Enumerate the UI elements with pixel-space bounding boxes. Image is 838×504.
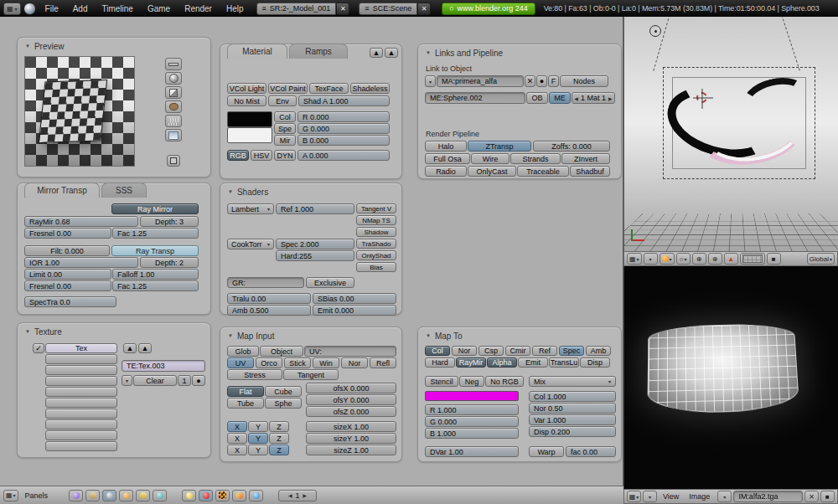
- no-mist-toggle[interactable]: No Mist: [227, 95, 266, 106]
- z-axis-toggle[interactable]: Z: [269, 433, 289, 444]
- strands-button[interactable]: Strands: [510, 153, 561, 164]
- texture-copy-button[interactable]: ▲: [123, 343, 137, 353]
- env-toggle[interactable]: Env: [268, 95, 297, 106]
- tab-mirror-transp[interactable]: Mirror Transp: [24, 183, 100, 198]
- raymir-toggle[interactable]: RayMir: [456, 357, 486, 368]
- links-panel-header[interactable]: ▼Links and Pipeline: [426, 47, 503, 59]
- texture-panel-header[interactable]: ▼Texture: [25, 326, 62, 337]
- hard-toggle[interactable]: Hard: [425, 357, 455, 368]
- zoffs-field[interactable]: Zoffs: 0.000: [533, 141, 610, 152]
- radio-toggle[interactable]: Radio: [425, 166, 467, 177]
- preview-osa-button[interactable]: [167, 155, 180, 167]
- ofsx-field[interactable]: ofsX 0.000: [306, 383, 396, 393]
- cube-toggle[interactable]: Cube: [265, 386, 302, 397]
- gr-field[interactable]: GR:: [227, 277, 304, 288]
- ofsy-field[interactable]: ofsY 0.000: [306, 394, 396, 405]
- clear-button[interactable]: Clear: [133, 375, 177, 386]
- ref-slider[interactable]: Ref 1.000: [276, 203, 354, 214]
- map-to-panel-header[interactable]: ▼Map To: [426, 330, 463, 342]
- ref-toggle[interactable]: Ref: [532, 346, 557, 356]
- trashado-toggle[interactable]: TraShado: [356, 239, 396, 249]
- fresnel-slider[interactable]: Fresnel 0.00: [24, 228, 111, 239]
- texture-slot[interactable]: [45, 387, 117, 397]
- tab-material[interactable]: Material: [227, 44, 287, 59]
- material-slot-field[interactable]: ◀1 Mat 1▶: [572, 92, 615, 104]
- transp-depth-field[interactable]: Depth: 2: [140, 257, 199, 268]
- spe-button[interactable]: Spe: [274, 123, 296, 134]
- editor-type-button[interactable]: ▦▾: [627, 253, 642, 265]
- fresnel-transp-slider[interactable]: Fresnel 0.00: [24, 280, 111, 291]
- auto-name-button[interactable]: ●: [536, 75, 547, 87]
- spectra-slider[interactable]: SpecTra 0.0: [24, 296, 116, 307]
- texture-r-slider[interactable]: R 1.000: [425, 404, 519, 415]
- texture-slot[interactable]: [45, 409, 117, 419]
- shading-context-button[interactable]: [102, 490, 116, 501]
- texture-slot[interactable]: [45, 354, 117, 364]
- shadbuf-toggle[interactable]: Shadbuf: [570, 166, 610, 177]
- shadeless-toggle[interactable]: Shadeless: [350, 83, 390, 94]
- exclusive-toggle[interactable]: Exclusive: [306, 277, 354, 288]
- tangent-toggle[interactable]: Tangent: [283, 369, 339, 380]
- tab-sss[interactable]: SSS: [101, 183, 147, 198]
- fake-user-button[interactable]: F: [548, 75, 559, 87]
- scene-selector[interactable]: ≡SCE:Scene: [359, 3, 417, 15]
- texture-slot[interactable]: [45, 376, 117, 386]
- orientation-dropdown[interactable]: Global▾: [807, 253, 835, 265]
- menu-image[interactable]: Image: [685, 492, 714, 501]
- lamp-subcontext-button[interactable]: [182, 490, 196, 501]
- header-menu-collapse-button[interactable]: ▾: [643, 491, 657, 502]
- unlink-image-button[interactable]: ✕: [804, 491, 819, 502]
- fresnel-fac-slider[interactable]: Fac 1.25: [112, 228, 199, 239]
- wire-toggle[interactable]: Wire: [471, 153, 510, 164]
- material-subcontext-button[interactable]: [199, 490, 213, 501]
- uv-image-editor[interactable]: [623, 266, 838, 489]
- pivot-dropdown[interactable]: ▲: [724, 253, 738, 265]
- texture-slot[interactable]: [45, 419, 117, 429]
- sbias-slider[interactable]: SBias 0.00: [313, 293, 396, 304]
- texture-color-swatch[interactable]: [425, 391, 519, 401]
- diffuse-color-swatch[interactable]: [227, 111, 272, 127]
- grab-hand-button[interactable]: ⊕: [708, 253, 722, 265]
- x-axis-toggle[interactable]: X: [227, 445, 247, 455]
- preview-sphere-button[interactable]: [165, 72, 182, 85]
- alpha-slider[interactable]: A 0.000: [297, 150, 390, 161]
- cmir-toggle[interactable]: Cmir: [505, 346, 530, 356]
- sizez-field[interactable]: sizeZ 1.00: [306, 445, 396, 455]
- stencil-toggle[interactable]: Stencil: [425, 376, 458, 387]
- sizey-field[interactable]: sizeY 1.00: [306, 433, 396, 444]
- texture-slot[interactable]: [45, 430, 117, 440]
- texface-toggle[interactable]: TexFace: [309, 83, 349, 94]
- header-menu-collapse-button[interactable]: ▾: [644, 253, 658, 265]
- frame-number-field[interactable]: ◀1▶: [278, 490, 317, 501]
- menu-render[interactable]: Render: [178, 4, 219, 13]
- col-amount-slider[interactable]: Col 1.000: [529, 391, 616, 402]
- x-axis-toggle[interactable]: X: [227, 421, 247, 432]
- editing-context-button[interactable]: [136, 490, 150, 501]
- fresnel-transp-fac-slider[interactable]: Fac 1.25: [112, 280, 199, 291]
- image-pin-button[interactable]: ■: [820, 491, 835, 502]
- disp-amount-slider[interactable]: Disp 0.200: [529, 426, 616, 437]
- spec-toggle[interactable]: Spec: [559, 346, 584, 356]
- flat-toggle[interactable]: Flat: [227, 386, 264, 397]
- preview-cube-button[interactable]: [165, 86, 182, 99]
- bias-toggle[interactable]: Bias: [356, 262, 396, 272]
- vcol-paint-toggle[interactable]: VCol Paint: [268, 83, 308, 94]
- win-toggle[interactable]: Win: [313, 357, 339, 368]
- emit-slider[interactable]: Emit 0.000: [313, 305, 396, 316]
- menu-help[interactable]: Help: [220, 4, 251, 13]
- col-button[interactable]: Col: [274, 111, 296, 122]
- csp-toggle[interactable]: Csp: [478, 346, 504, 356]
- nor-map-toggle[interactable]: Nor: [452, 346, 477, 356]
- spec-slider[interactable]: Spec 2.000: [276, 239, 354, 249]
- amb-slider[interactable]: Amb 0.500: [227, 305, 311, 316]
- ray-mirror-toggle[interactable]: Ray Mirror: [111, 203, 199, 214]
- orco-toggle[interactable]: Orco: [256, 357, 282, 368]
- texture-slot[interactable]: [45, 441, 117, 451]
- x-axis-toggle[interactable]: X: [227, 433, 247, 444]
- dyn-button[interactable]: DYN: [274, 150, 296, 161]
- material-paste-button[interactable]: ▲: [385, 48, 398, 58]
- warp-fac-slider[interactable]: fac 0.00: [566, 446, 616, 457]
- amb-toggle[interactable]: Amb: [586, 346, 611, 356]
- logic-context-button[interactable]: [69, 490, 83, 501]
- specular-color-swatch[interactable]: [227, 127, 272, 143]
